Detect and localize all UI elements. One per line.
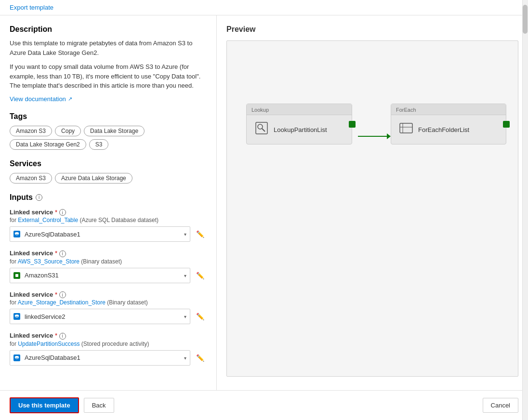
linked-service-1-label: Linked service * i [10,209,207,216]
linked-service-4-link[interactable]: UpdatePartitionSuccess [18,341,79,347]
foreach-icon [399,121,413,138]
linked-service-3-label: Linked service * i [10,291,207,299]
linked-service-1-row: AzureSqlDatabase1 ▾ ✏️ [10,226,207,242]
svg-rect-1 [15,274,18,277]
linked-service-3-select[interactable]: linkedService2 [10,309,190,324]
linked-service-2-select-wrapper: AmazonS31 ▾ [10,268,190,283]
linked-service-2-sub: for AWS_S3_Source_Store (Binary dataset) [10,258,207,265]
linked-service-2: Linked service * i for AWS_S3_Source_Sto… [10,249,207,283]
use-this-template-button[interactable]: Use this template [10,397,79,413]
linked-service-3: Linked service * i for Azure_Storage_Des… [10,291,207,325]
svg-point-2 [15,315,19,316]
tag-s3: S3 [89,139,109,150]
description-p1: Use this template to migrate petabytes o… [10,39,207,57]
linked-service-2-s3-icon [13,272,20,279]
edit-linked-service-3-button[interactable]: ✏️ [193,310,207,323]
linked-service-1-select[interactable]: AzureSqlDatabase1 [10,226,190,242]
top-bar: Export template [0,0,528,15]
linked-service-2-link[interactable]: AWS_S3_Source_Store [18,258,79,265]
linked-service-1-info-icon[interactable]: i [59,209,66,216]
inputs-title: Inputs [10,193,33,202]
service-amazon-s3: Amazon S3 [10,173,52,184]
linked-service-4-row: AzureSqlDatabase1 ▾ ✏️ [10,350,207,366]
description-p2: If you want to copy small data volume fr… [10,62,207,91]
arrow-head-icon [387,133,391,139]
linked-service-1-select-wrapper: AzureSqlDatabase1 ▾ [10,226,190,242]
linked-service-4-select[interactable]: AzureSqlDatabase1 [10,350,190,366]
linked-service-1-db-icon [13,231,20,237]
bottom-left-actions: Use this template Back [10,397,114,413]
foreach-node: ForEach ForEachFolderList [391,104,506,144]
svg-point-5 [258,124,263,129]
left-panel: Description Use this template to migrate… [0,15,217,390]
linked-service-4-label: Linked service * i [10,332,207,340]
edit-linked-service-4-button[interactable]: ✏️ [193,351,207,365]
tag-copy: Copy [55,126,81,136]
arrow-line [358,136,387,137]
linked-service-2-label: Linked service * i [10,249,207,257]
linked-service-4: Linked service * i for UpdatePartitionSu… [10,332,207,366]
tags-title: Tags [10,112,207,121]
lookup-icon [254,121,269,138]
svg-rect-4 [256,122,267,134]
lookup-node-label: LookupPartitionList [274,126,327,133]
edit-linked-service-1-button[interactable]: ✏️ [193,227,207,241]
services-container: Amazon S3 Azure Data Lake Storage [10,173,207,184]
export-template-link[interactable]: Export template [10,4,53,11]
linked-service-4-sub: for UpdatePartitionSuccess (Stored proce… [10,341,207,347]
lookup-node-body: LookupPartitionList [247,115,352,144]
linked-service-2-select[interactable]: AmazonS31 [10,268,190,283]
foreach-node-header: ForEach [391,104,506,115]
tags-section: Tags Amazon S3 Copy Data Lake Storage Da… [10,112,207,150]
tag-data-lake-storage: Data Lake Storage [84,126,145,136]
right-panel: Preview Lookup [217,15,528,390]
tag-data-lake-storage-gen2: Data Lake Storage Gen2 [10,139,86,150]
pipeline-arrow [358,133,391,139]
preview-canvas: Lookup LookupPartitionList [226,40,518,377]
view-doc-label: View documentation [10,95,66,103]
scrollbar-thumb[interactable] [523,5,528,34]
tag-amazon-s3: Amazon S3 [10,126,52,136]
lookup-connector-right [349,121,356,128]
cancel-button[interactable]: Cancel [483,398,518,413]
services-section: Services Amazon S3 Azure Data Lake Stora… [10,159,207,184]
linked-service-4-select-wrapper: AzureSqlDatabase1 ▾ [10,350,190,366]
main-content: Description Use this template to migrate… [0,15,528,390]
preview-title: Preview [226,25,518,34]
linked-service-3-link[interactable]: Azure_Storage_Destination_Store [18,299,106,306]
description-title: Description [10,25,207,34]
inputs-info-icon[interactable]: i [36,194,42,201]
linked-service-2-info-icon[interactable]: i [59,250,66,257]
inputs-section: Inputs i Linked service * i for External… [10,193,207,366]
svg-line-6 [262,129,265,131]
foreach-connector-right [503,121,510,128]
linked-service-3-sub: for Azure_Storage_Destination_Store (Bin… [10,299,207,306]
linked-service-3-row: linkedService2 ▾ ✏️ [10,309,207,324]
lookup-node: Lookup LookupPartitionList [246,104,352,144]
linked-service-1-sub: for External_Control_Table (Azure SQL Da… [10,217,207,223]
foreach-node-body: ForEachFolderList [391,115,506,144]
foreach-node-label: ForEachFolderList [418,126,469,133]
inputs-header: Inputs i [10,193,207,202]
svg-point-3 [15,356,19,358]
linked-service-3-db-icon [13,313,20,320]
linked-service-3-info-icon[interactable]: i [59,291,66,298]
bottom-bar: Use this template Back Cancel [0,390,528,420]
linked-service-4-info-icon[interactable]: i [59,333,66,340]
edit-linked-service-2-button[interactable]: ✏️ [193,269,207,282]
linked-service-2-row: AmazonS31 ▾ ✏️ [10,268,207,283]
services-title: Services [10,159,207,168]
linked-service-1: Linked service * i for External_Control_… [10,209,207,242]
scrollbar[interactable] [522,0,528,420]
svg-point-0 [15,232,19,234]
external-link-icon: ↗ [68,96,72,102]
tags-container: Amazon S3 Copy Data Lake Storage Data La… [10,126,207,150]
linked-service-3-select-wrapper: linkedService2 ▾ [10,309,190,324]
service-azure-data-lake: Azure Data Lake Storage [55,173,132,184]
view-documentation-link[interactable]: View documentation ↗ [10,95,72,103]
linked-service-4-db-icon [13,354,20,361]
lookup-node-header: Lookup [247,104,352,115]
linked-service-1-link[interactable]: External_Control_Table [18,217,78,223]
svg-rect-7 [400,123,412,133]
back-button[interactable]: Back [84,398,114,413]
